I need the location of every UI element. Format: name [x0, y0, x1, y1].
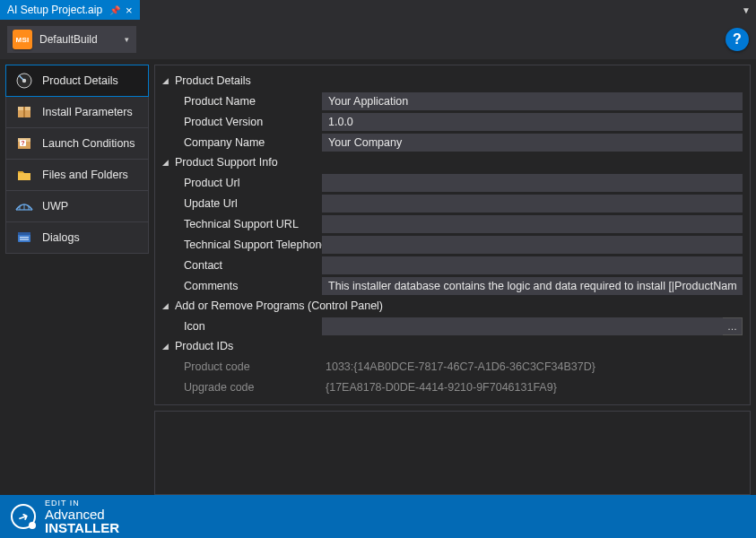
label-company-name: Company Name	[159, 136, 322, 149]
label-upgrade-code: Upgrade code	[159, 381, 322, 394]
input-product-url[interactable]	[322, 174, 743, 192]
section-product-details[interactable]: ◢ Product Details	[159, 71, 743, 91]
tab-title: AI Setup Project.aip	[7, 4, 102, 16]
input-contact[interactable]	[322, 256, 743, 274]
disc-icon	[15, 72, 33, 90]
label-update-url: Update Url	[159, 197, 322, 210]
bridge-icon	[15, 197, 33, 215]
svg-rect-14	[18, 232, 30, 235]
folder-icon	[15, 166, 33, 184]
side-nav: Product Details Install Parameters ? Lau…	[5, 65, 149, 495]
svg-rect-4	[23, 107, 25, 117]
label-comments: Comments	[159, 280, 322, 292]
dialog-icon	[15, 229, 33, 247]
collapse-icon: ◢	[161, 301, 169, 310]
input-update-url[interactable]	[322, 195, 743, 213]
footer-text: EDIT IN Advanced INSTALLER	[45, 499, 119, 534]
nav-uwp[interactable]: UWP	[5, 190, 149, 222]
nav-label: UWP	[42, 200, 68, 213]
nav-files-folders[interactable]: Files and Folders	[5, 159, 149, 191]
footer-brand[interactable]: ➜ EDIT IN Advanced INSTALLER	[0, 495, 756, 538]
nav-label: Files and Folders	[42, 169, 128, 181]
value-product-code: 1033:{14AB0DCE-7817-46C7-A1D6-36C3CF34B3…	[322, 360, 743, 373]
section-title: Add or Remove Programs (Control Panel)	[175, 299, 383, 312]
pin-icon[interactable]: 📌	[109, 5, 120, 15]
nav-launch-conditions[interactable]: ? Launch Conditions	[5, 127, 149, 160]
section-title: Product IDs	[175, 340, 233, 352]
build-config-label: DefaultBuild	[39, 33, 98, 46]
input-tech-tel[interactable]	[322, 236, 743, 254]
toolbar: MSI DefaultBuild ▾ ?	[0, 20, 756, 59]
nav-label: Product Details	[42, 74, 118, 87]
input-product-version[interactable]	[322, 113, 743, 131]
msi-icon: MSI	[13, 30, 32, 49]
close-icon[interactable]: ×	[126, 4, 133, 16]
nav-label: Launch Conditions	[42, 137, 135, 150]
section-title: Product Support Info	[175, 156, 278, 169]
tab-bar: AI Setup Project.aip 📌 × ▼	[0, 0, 756, 20]
section-arp[interactable]: ◢ Add or Remove Programs (Control Panel)	[159, 296, 743, 316]
input-tech-url[interactable]	[322, 215, 743, 233]
input-comments[interactable]	[322, 277, 743, 295]
chevron-down-icon: ▾	[125, 35, 129, 44]
build-config-dropdown[interactable]: MSI DefaultBuild ▾	[7, 26, 136, 53]
advanced-installer-icon: ➜	[11, 504, 36, 529]
section-product-ids[interactable]: ◢ Product IDs	[159, 336, 743, 356]
label-product-version: Product Version	[159, 116, 322, 128]
svg-rect-16	[20, 239, 29, 240]
collapse-icon: ◢	[161, 342, 169, 351]
help-button[interactable]: ?	[726, 28, 749, 51]
svg-text:?: ?	[21, 140, 24, 146]
box-question-icon: ?	[15, 134, 33, 152]
value-upgrade-code: {17EA8178-D0DE-4414-9210-9F7046131FA9}	[322, 381, 743, 394]
label-tech-tel: Technical Support Telephone	[159, 239, 322, 251]
label-product-code: Product code	[159, 360, 322, 373]
label-tech-url: Technical Support URL	[159, 218, 322, 230]
label-product-url: Product Url	[159, 177, 322, 189]
description-panel	[154, 411, 751, 495]
label-product-name: Product Name	[159, 95, 322, 108]
collapse-icon: ◢	[161, 158, 169, 167]
nav-label: Install Parameters	[42, 106, 133, 118]
document-tab[interactable]: AI Setup Project.aip 📌 ×	[0, 0, 140, 20]
section-support-info[interactable]: ◢ Product Support Info	[159, 152, 743, 172]
svg-rect-15	[20, 237, 29, 238]
label-contact: Contact	[159, 259, 322, 272]
tab-overflow-icon[interactable]: ▼	[742, 0, 751, 20]
properties-panel: ◢ Product Details Product Name Product V…	[154, 65, 751, 405]
input-icon[interactable]	[322, 317, 723, 335]
nav-product-details[interactable]: Product Details	[5, 65, 149, 97]
box-icon	[15, 103, 33, 121]
nav-install-parameters[interactable]: Install Parameters	[5, 96, 149, 128]
browse-icon-button[interactable]: …	[723, 317, 743, 335]
nav-label: Dialogs	[42, 231, 80, 244]
section-title: Product Details	[175, 74, 251, 87]
input-company-name[interactable]	[322, 134, 743, 152]
main-panel: ◢ Product Details Product Name Product V…	[154, 65, 751, 495]
label-icon: Icon	[159, 320, 322, 333]
input-product-name[interactable]	[322, 92, 743, 110]
collapse-icon: ◢	[161, 76, 169, 85]
nav-dialogs[interactable]: Dialogs	[5, 221, 149, 254]
